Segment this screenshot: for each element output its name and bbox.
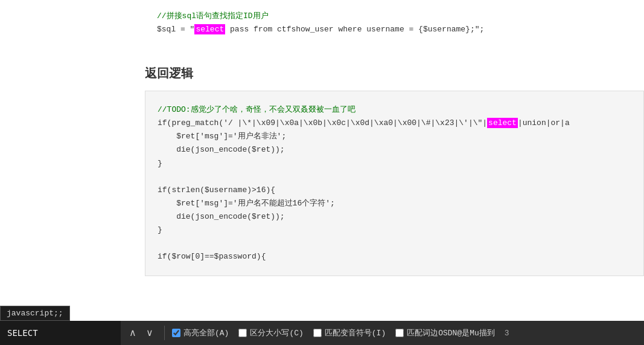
code-line-ret-msg: $ret['msg']='用户名非法'; xyxy=(158,130,631,143)
code-line-preg: if(preg_match('/ |\*|\x09|\x0a|\x0b|\x0c… xyxy=(158,117,631,130)
code-line-if-row: if($row[0]==$password){ xyxy=(158,250,631,263)
section-title: 返回逻辑 xyxy=(0,53,644,91)
search-input[interactable] xyxy=(0,328,109,338)
code-line-die-2: die(json_encode($ret)); xyxy=(158,210,631,224)
search-next-button[interactable]: ∨ xyxy=(142,327,157,339)
highlight-all-label: 高亮全部(A) xyxy=(183,327,229,338)
code-line-empty-2 xyxy=(158,237,631,250)
diacritics-checkbox-label[interactable]: 匹配变音符号(I) xyxy=(308,327,391,338)
highlight-all-checkbox[interactable] xyxy=(172,329,180,337)
comment-line-1: //TODO:感觉少了个啥，奇怪，不会又双叒叕被一血了吧 xyxy=(158,103,631,117)
top-code-line: $sql = "select pass from ctfshow_user wh… xyxy=(157,23,632,36)
word-boundary-label: 匹配词边OSDN@是Mu描到 xyxy=(407,327,495,338)
bottom-search-bar: ∧ ∨ 高亮全部(A) 区分大小写(C) 匹配变音符号(I) 匹配词边OSDN@… xyxy=(0,321,644,345)
select-highlight-2: select xyxy=(487,118,518,128)
main-code-block: //TODO:感觉少了个啥，奇怪，不会又双叒叕被一血了吧 if(preg_mat… xyxy=(145,91,644,276)
code-line-ret-msg-2: $ret['msg']='用户名不能超过16个字符'; xyxy=(158,197,631,210)
code-line-strlen: if(strlen($username)>16){ xyxy=(158,184,631,197)
highlight-all-checkbox-label[interactable]: 高亮全部(A) xyxy=(167,327,234,338)
case-sensitive-checkbox-label[interactable]: 区分大小写(C) xyxy=(234,327,308,338)
search-prev-button[interactable]: ∧ xyxy=(126,327,140,339)
code-line-die-1: die(json_encode($ret)); xyxy=(158,143,631,156)
case-sensitive-label: 区分大小写(C) xyxy=(250,327,303,338)
tooltip-tag: javascript;; xyxy=(0,306,70,321)
code-line-close-1: } xyxy=(158,157,631,170)
nav-buttons-group: ∧ ∨ xyxy=(121,327,162,339)
diacritics-label: 匹配变音符号(I) xyxy=(325,327,386,338)
code-line-empty-1 xyxy=(158,170,631,184)
word-boundary-checkbox[interactable] xyxy=(395,329,404,337)
code-line-close-2: } xyxy=(158,224,631,237)
search-input-container[interactable] xyxy=(0,321,121,345)
top-comment: //拼接sql语句查找指定ID用户 xyxy=(157,10,632,23)
divider-1 xyxy=(164,326,165,340)
case-sensitive-checkbox[interactable] xyxy=(238,329,247,337)
diacritics-checkbox[interactable] xyxy=(313,329,322,337)
select-highlight-1: select xyxy=(194,24,225,34)
word-boundary-checkbox-label[interactable]: 匹配词边OSDN@是Mu描到 xyxy=(391,327,500,338)
search-status: 3 xyxy=(500,329,514,338)
